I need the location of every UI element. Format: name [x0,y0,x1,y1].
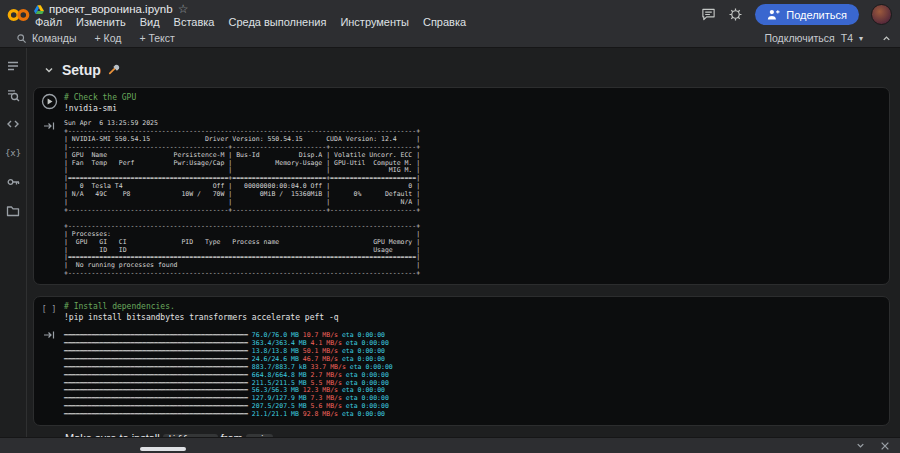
pip-progress-line: 21.1/21.1 MB 92.8 MB/s eta 0:00:00 [64,411,393,419]
menu-bar: Файл Изменить Вид Вставка Среда выполнен… [28,16,473,28]
run-cell-button[interactable] [41,93,58,110]
connect-button[interactable]: Подключиться T4 ▾ [764,32,863,44]
section-title: Setup [62,62,101,78]
code-snippets-icon[interactable] [5,116,21,132]
cell-code-editor[interactable]: # Check the GPU !nvidia-smi [64,92,136,114]
collapse-header-icon[interactable] [881,33,892,44]
share-button[interactable]: Поделиться [755,4,859,25]
find-replace-icon[interactable] [5,87,21,103]
code-cell-gpu-check: # Check the GPU !nvidia-smi Sun Apr 6 13… [33,87,890,285]
code-line: !nvidia-smi [64,104,117,113]
section-collapse-icon[interactable] [43,64,55,76]
progress-bar [64,347,248,355]
accelerator-badge: T4 [841,32,853,44]
progress-bar [64,339,248,347]
pip-progress-output: 76.0/76.0 MB 10.7 MB/s eta 0:00:00 363.4… [64,329,393,419]
bottom-scrollbar-thumb[interactable] [140,447,186,451]
progress-bar [64,331,248,339]
variables-icon[interactable]: {x} [5,145,21,161]
comments-icon[interactable] [701,7,716,22]
panel-collapse-icon[interactable] [855,440,866,451]
menu-tools[interactable]: Инструменты [333,16,416,28]
code-line: !pip install bitsandbytes transformers a… [64,313,339,322]
menu-edit[interactable]: Изменить [69,16,133,28]
menu-insert[interactable]: Вставка [167,16,222,28]
cell-code-editor[interactable]: # Install dependencies. !pip install bit… [64,301,339,323]
add-text-button[interactable]: + Текст [131,32,182,44]
menu-file[interactable]: Файл [28,16,69,28]
search-icon [16,33,27,44]
drive-file-icon [34,5,44,14]
menu-view[interactable]: Вид [133,16,167,28]
menu-help[interactable]: Справка [416,16,473,28]
files-folder-icon[interactable] [5,203,21,219]
secrets-key-icon[interactable] [5,174,21,190]
progress-bar [64,379,248,387]
connect-label: Подключиться [764,32,834,44]
code-editor-row: [ ] # Install dependencies. !pip install… [34,297,889,327]
code-comment: # Check the GPU [64,93,136,102]
share-button-label: Поделиться [786,9,847,21]
progress-bar [64,394,248,402]
command-palette-button[interactable]: Команды [8,32,85,44]
command-palette-label: Команды [32,32,77,44]
code-editor-row: # Check the GPU !nvidia-smi [34,88,889,118]
output-anchor-icon [43,330,55,340]
nvidia-smi-output: Sun Apr 6 13:25:59 2025 +---------------… [64,120,420,278]
connect-caret-icon[interactable]: ▾ [859,34,863,43]
add-text-label: + Текст [139,32,174,44]
progress-bar [64,371,248,379]
title-row: проект_воронина.ipynb ☆ [34,3,188,15]
progress-bar [64,402,248,410]
menu-runtime[interactable]: Среда выполнения [221,16,333,28]
progress-bar [64,386,248,394]
notebook-toolbar: Команды + Код + Текст Подключиться T4 ▾ [0,29,900,48]
code-comment: # Install dependencies. [64,302,175,311]
star-icon[interactable]: ☆ [178,3,189,15]
cell-output-row: Sun Apr 6 13:25:59 2025 +---------------… [34,118,889,284]
hammer-wrench-emoji-icon [108,63,121,76]
progress-bar [64,410,248,418]
run-cell-placeholder[interactable]: [ ] [42,302,56,314]
bottom-panel-bar [0,437,900,453]
cell-output-row: 76.0/76.0 MB 10.7 MB/s eta 0:00:00 363.4… [34,327,889,425]
add-code-label: + Код [95,32,122,44]
section-header: Setup [43,61,900,78]
avatar[interactable] [871,4,892,25]
add-code-button[interactable]: + Код [87,32,130,44]
left-rail: {x} [0,48,27,437]
notebook-scroll-area: Setup # Check the GPU !nvidia-smi [27,48,900,437]
progress-bar [64,355,248,363]
colab-logo[interactable] [7,8,30,22]
code-cell-pip-install: [ ] # Install dependencies. !pip install… [33,296,890,426]
output-anchor-icon [43,121,55,131]
settings-gear-icon[interactable] [728,7,743,22]
panel-close-icon[interactable] [880,441,890,451]
progress-bar [64,363,248,371]
table-of-contents-icon[interactable] [5,58,21,74]
header-actions: Поделиться [701,0,892,29]
top-header: проект_воронина.ipynb ☆ Файл Изменить Ви… [0,0,900,29]
notebook-title[interactable]: проект_воронина.ipynb [49,3,173,15]
